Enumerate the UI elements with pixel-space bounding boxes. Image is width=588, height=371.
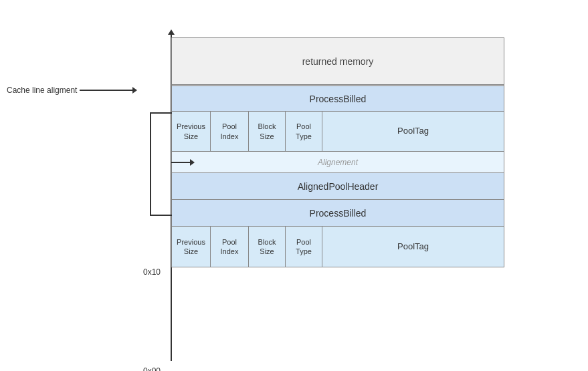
cell-prev-size-2: Previous Size <box>172 227 211 267</box>
row-fields-1: Previous Size Pool Index Block Size Pool… <box>172 112 504 152</box>
pool-tag-2-text: PoolTag <box>397 241 429 253</box>
aligned-pool-header-label: AlignedPoolHeader <box>298 181 379 192</box>
cell-pool-index-1: Pool Index <box>211 112 249 151</box>
cache-line-text: Cache line aligment <box>7 86 77 95</box>
row-fields-2: Previous Size Pool Index Block Size Pool… <box>172 227 504 267</box>
cell-pool-type-1: Pool Type <box>286 112 322 151</box>
cell-pool-tag-2: PoolTag <box>322 227 504 267</box>
main-diagram-box: returned memory ProcessBilled Previous S… <box>171 37 504 267</box>
bracket-arrow <box>171 162 191 163</box>
process-billed-1-label: ProcessBilled <box>310 94 367 104</box>
cell-pool-index-2: Pool Index <box>211 227 249 267</box>
block-size-1-text: Block Size <box>251 122 283 141</box>
process-billed-2-label: ProcessBilled <box>310 208 367 219</box>
returned-memory-label: returned memory <box>302 56 374 67</box>
row-alignement: Alignement <box>172 152 504 173</box>
cell-pool-tag-1: PoolTag <box>322 112 504 151</box>
pool-type-2-text: Pool Type <box>288 237 320 257</box>
offset-0x10-text: 0x10 <box>143 267 161 277</box>
diagram-container: Cache line aligment returned memory Proc… <box>0 13 588 371</box>
pool-type-1-text: Pool Type <box>288 122 320 141</box>
alignement-label: Alignement <box>318 158 358 167</box>
cache-line-arrow <box>80 90 133 91</box>
offset-0x00-label: 0x00 <box>143 366 161 371</box>
offset-0x00-text: 0x00 <box>143 366 161 371</box>
cell-prev-size-1: Previous Size <box>172 112 211 151</box>
prev-size-2-text: Previous Size <box>174 237 208 257</box>
row-process-billed-2: ProcessBilled <box>172 200 504 227</box>
row-returned-memory: returned memory <box>172 38 504 85</box>
bracket-box <box>150 112 172 216</box>
block-size-2-text: Block Size <box>251 237 283 257</box>
cell-block-size-1: Block Size <box>249 112 286 151</box>
row-process-billed-1: ProcessBilled <box>172 85 504 112</box>
pool-index-1-text: Pool Index <box>213 122 246 141</box>
cell-pool-type-2: Pool Type <box>286 227 322 267</box>
offset-0x10-label: 0x10 <box>143 267 161 277</box>
row-aligned-pool-header: AlignedPoolHeader <box>172 173 504 200</box>
cache-line-label: Cache line aligment <box>7 86 133 95</box>
prev-size-1-text: Previous Size <box>174 122 208 141</box>
cell-block-size-2: Block Size <box>249 227 286 267</box>
pool-tag-1-text: PoolTag <box>397 126 429 137</box>
pool-index-2-text: Pool Index <box>213 237 246 257</box>
